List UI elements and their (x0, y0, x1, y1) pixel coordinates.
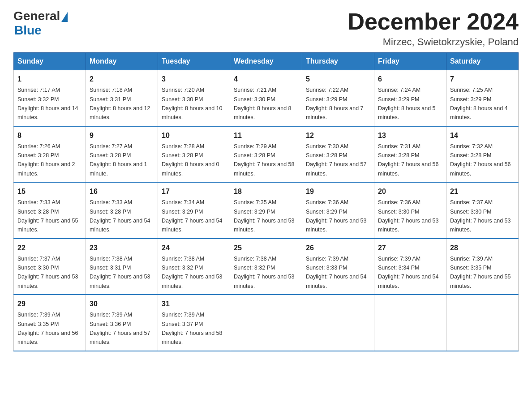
calendar-cell: 30 Sunrise: 7:39 AMSunset: 3:36 PMDaylig… (86, 295, 158, 351)
day-number: 22 (17, 243, 82, 253)
calendar-cell: 14 Sunrise: 7:32 AMSunset: 3:28 PMDaylig… (446, 126, 519, 183)
calendar-cell: 11 Sunrise: 7:29 AMSunset: 3:28 PMDaylig… (230, 126, 302, 183)
day-info: Sunrise: 7:32 AMSunset: 3:28 PMDaylight:… (450, 143, 511, 177)
column-header-tuesday: Tuesday (158, 53, 230, 70)
logo-triangle-icon (61, 12, 68, 22)
day-info: Sunrise: 7:33 AMSunset: 3:28 PMDaylight:… (17, 199, 78, 233)
calendar-cell: 31 Sunrise: 7:39 AMSunset: 3:37 PMDaylig… (158, 295, 230, 351)
calendar-week-row: 15 Sunrise: 7:33 AMSunset: 3:28 PMDaylig… (14, 182, 519, 239)
title-section: December 2024 Mirzec, Swietokrzyskie, Po… (348, 9, 519, 48)
day-info: Sunrise: 7:21 AMSunset: 3:30 PMDaylight:… (234, 87, 292, 120)
day-number: 21 (450, 186, 515, 197)
day-info: Sunrise: 7:38 AMSunset: 3:32 PMDaylight:… (162, 256, 223, 289)
calendar-cell: 25 Sunrise: 7:38 AMSunset: 3:32 PMDaylig… (230, 239, 302, 295)
day-number: 2 (90, 74, 154, 85)
column-header-saturday: Saturday (446, 53, 519, 70)
day-info: Sunrise: 7:26 AMSunset: 3:28 PMDaylight:… (17, 143, 75, 177)
day-number: 10 (162, 130, 226, 141)
calendar-cell (446, 295, 519, 351)
day-number: 30 (90, 299, 154, 309)
calendar-cell: 23 Sunrise: 7:38 AMSunset: 3:31 PMDaylig… (86, 239, 158, 295)
day-number: 25 (234, 243, 298, 253)
day-info: Sunrise: 7:30 AMSunset: 3:28 PMDaylight:… (306, 143, 367, 177)
calendar-week-row: 22 Sunrise: 7:37 AMSunset: 3:30 PMDaylig… (14, 239, 519, 295)
logo-blue-text: Blue (14, 23, 42, 38)
day-number: 23 (90, 243, 154, 253)
day-number: 24 (162, 243, 226, 253)
column-header-wednesday: Wednesday (230, 53, 302, 70)
day-info: Sunrise: 7:36 AMSunset: 3:30 PMDaylight:… (378, 199, 439, 233)
day-number: 26 (306, 243, 370, 253)
month-title: December 2024 (348, 9, 519, 34)
calendar-week-row: 29 Sunrise: 7:39 AMSunset: 3:35 PMDaylig… (14, 295, 519, 351)
day-number: 1 (17, 74, 82, 85)
calendar-cell: 22 Sunrise: 7:37 AMSunset: 3:30 PMDaylig… (14, 239, 86, 295)
calendar-cell: 5 Sunrise: 7:22 AMSunset: 3:29 PMDayligh… (302, 70, 374, 126)
day-info: Sunrise: 7:39 AMSunset: 3:34 PMDaylight:… (378, 256, 439, 289)
day-info: Sunrise: 7:18 AMSunset: 3:31 PMDaylight:… (90, 87, 150, 120)
column-header-friday: Friday (374, 53, 446, 70)
day-info: Sunrise: 7:38 AMSunset: 3:31 PMDaylight:… (90, 256, 150, 289)
day-number: 15 (17, 186, 82, 197)
day-number: 8 (17, 130, 82, 141)
calendar-cell: 7 Sunrise: 7:25 AMSunset: 3:29 PMDayligh… (446, 70, 519, 126)
calendar-cell: 9 Sunrise: 7:27 AMSunset: 3:28 PMDayligh… (86, 126, 158, 183)
calendar-cell: 10 Sunrise: 7:28 AMSunset: 3:28 PMDaylig… (158, 126, 230, 183)
day-number: 27 (378, 243, 442, 253)
day-number: 29 (17, 299, 82, 309)
calendar-cell: 4 Sunrise: 7:21 AMSunset: 3:30 PMDayligh… (230, 70, 302, 126)
calendar-cell: 16 Sunrise: 7:33 AMSunset: 3:28 PMDaylig… (86, 182, 158, 239)
calendar-cell: 17 Sunrise: 7:34 AMSunset: 3:29 PMDaylig… (158, 182, 230, 239)
day-number: 20 (378, 186, 442, 197)
logo: General Blue (13, 9, 68, 38)
day-number: 31 (162, 299, 226, 309)
day-info: Sunrise: 7:37 AMSunset: 3:30 PMDaylight:… (450, 199, 511, 233)
day-number: 17 (162, 186, 226, 197)
day-info: Sunrise: 7:39 AMSunset: 3:33 PMDaylight:… (306, 256, 367, 289)
day-info: Sunrise: 7:31 AMSunset: 3:28 PMDaylight:… (378, 143, 439, 177)
day-info: Sunrise: 7:36 AMSunset: 3:29 PMDaylight:… (306, 199, 367, 233)
day-info: Sunrise: 7:37 AMSunset: 3:30 PMDaylight:… (17, 256, 78, 289)
column-header-sunday: Sunday (14, 53, 86, 70)
day-number: 4 (234, 74, 298, 85)
day-number: 12 (306, 130, 370, 141)
day-number: 6 (378, 74, 442, 85)
day-info: Sunrise: 7:39 AMSunset: 3:36 PMDaylight:… (90, 312, 150, 345)
calendar-week-row: 8 Sunrise: 7:26 AMSunset: 3:28 PMDayligh… (14, 126, 519, 183)
day-info: Sunrise: 7:17 AMSunset: 3:32 PMDaylight:… (17, 87, 78, 120)
day-info: Sunrise: 7:39 AMSunset: 3:35 PMDaylight:… (450, 256, 511, 289)
calendar-cell: 26 Sunrise: 7:39 AMSunset: 3:33 PMDaylig… (302, 239, 374, 295)
calendar-cell: 24 Sunrise: 7:38 AMSunset: 3:32 PMDaylig… (158, 239, 230, 295)
page-header: General Blue December 2024 Mirzec, Swiet… (13, 9, 519, 48)
calendar-cell: 8 Sunrise: 7:26 AMSunset: 3:28 PMDayligh… (14, 126, 86, 183)
location-text: Mirzec, Swietokrzyskie, Poland (348, 36, 519, 48)
day-info: Sunrise: 7:39 AMSunset: 3:35 PMDaylight:… (17, 312, 78, 345)
day-info: Sunrise: 7:20 AMSunset: 3:30 PMDaylight:… (162, 87, 223, 120)
day-number: 5 (306, 74, 370, 85)
calendar-week-row: 1 Sunrise: 7:17 AMSunset: 3:32 PMDayligh… (14, 70, 519, 126)
day-info: Sunrise: 7:39 AMSunset: 3:37 PMDaylight:… (162, 312, 223, 345)
day-info: Sunrise: 7:24 AMSunset: 3:29 PMDaylight:… (378, 87, 436, 120)
column-header-monday: Monday (86, 53, 158, 70)
day-number: 13 (378, 130, 442, 141)
day-info: Sunrise: 7:33 AMSunset: 3:28 PMDaylight:… (90, 199, 150, 233)
calendar-cell (302, 295, 374, 351)
calendar-cell: 12 Sunrise: 7:30 AMSunset: 3:28 PMDaylig… (302, 126, 374, 183)
calendar-cell (374, 295, 446, 351)
calendar-cell: 6 Sunrise: 7:24 AMSunset: 3:29 PMDayligh… (374, 70, 446, 126)
calendar-cell: 29 Sunrise: 7:39 AMSunset: 3:35 PMDaylig… (14, 295, 86, 351)
logo-general-text: General (13, 9, 60, 23)
day-number: 7 (450, 74, 515, 85)
day-info: Sunrise: 7:38 AMSunset: 3:32 PMDaylight:… (234, 256, 295, 289)
day-number: 16 (90, 186, 154, 197)
day-number: 28 (450, 243, 515, 253)
day-info: Sunrise: 7:25 AMSunset: 3:29 PMDaylight:… (450, 87, 508, 120)
calendar-cell: 21 Sunrise: 7:37 AMSunset: 3:30 PMDaylig… (446, 182, 519, 239)
calendar-table: SundayMondayTuesdayWednesdayThursdayFrid… (13, 52, 519, 351)
day-number: 11 (234, 130, 298, 141)
calendar-cell: 2 Sunrise: 7:18 AMSunset: 3:31 PMDayligh… (86, 70, 158, 126)
calendar-cell (230, 295, 302, 351)
day-number: 3 (162, 74, 226, 85)
day-info: Sunrise: 7:35 AMSunset: 3:29 PMDaylight:… (234, 199, 295, 233)
calendar-cell: 18 Sunrise: 7:35 AMSunset: 3:29 PMDaylig… (230, 182, 302, 239)
